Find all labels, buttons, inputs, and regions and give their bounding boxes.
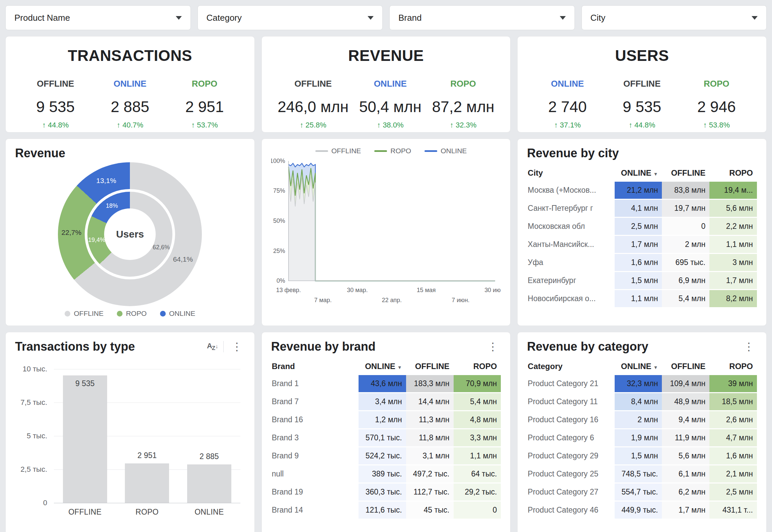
column-header-offline[interactable]: OFFLINE [406, 358, 454, 375]
table-row[interactable]: Екатеринбург1,5 млн6,9 млн1,7 млн [527, 272, 757, 290]
table-row[interactable]: Product Category 162 млн9,4 млн2,6 млн [527, 411, 757, 429]
bar-slot-offline[interactable]: 9 535 [54, 369, 116, 503]
sort-az-icon[interactable]: AZ↓ [207, 342, 218, 352]
column-header-online[interactable]: ONLINE▼ [615, 358, 662, 375]
scorecard-row: TRANSACTIONS OFFLINE 9 535 ↑ 44.8% ONLIN… [5, 36, 767, 132]
bar-value-label: 2 885 [200, 452, 219, 461]
table-cell: 1,7 млн [709, 272, 757, 290]
bar-slot-ropo[interactable]: 2 951 [116, 369, 178, 503]
row-label: Brand 14 [271, 501, 359, 519]
column-header-ropo[interactable]: ROPO [454, 358, 501, 375]
legend-item-online: ONLINE [160, 309, 195, 318]
bar-online[interactable] [187, 464, 231, 503]
table-cell: 6,9 млн [662, 272, 709, 290]
table-cell: 11,3 млн [406, 411, 454, 429]
metric-online: ONLINE 2 740 ↑ 37.1% [537, 79, 598, 129]
bars[interactable]: 9 5352 9512 885 [54, 369, 240, 503]
area-offline[interactable] [288, 175, 315, 281]
donut-chart[interactable]: Users 64,1%22,7%13,1%62,6%19,4%18% [58, 162, 202, 306]
table-cell: 2 млн [615, 411, 662, 429]
column-header-online[interactable]: ONLINE▼ [615, 164, 662, 182]
bar-x-label: ONLINE [178, 508, 240, 517]
column-header-online[interactable]: ONLINE▼ [359, 358, 406, 375]
table-row[interactable]: null389 тыс.497,2 тыс.64 тыс. [271, 465, 501, 483]
row-label: Product Category 29 [527, 447, 614, 465]
table-row[interactable]: Санкт-Петербург г4,1 млн19,7 млн5,6 млн [527, 199, 757, 217]
filter-label: City [591, 13, 606, 23]
table-row[interactable]: Product Category 46449,9 тыс.1,7 млн431,… [527, 501, 757, 519]
bar-offline[interactable] [63, 375, 107, 503]
kebab-menu-icon[interactable]: ⋮ [485, 341, 501, 352]
table-cell: 48,9 млн [662, 393, 709, 411]
bar-value-label: 9 535 [75, 379, 95, 388]
row-label: null [271, 465, 359, 483]
table-cell: 1,7 млн [662, 501, 709, 519]
table-row[interactable]: Brand 73,4 млн14,4 млн5,4 млн [271, 393, 501, 411]
kebab-menu-icon[interactable]: ⋮ [741, 341, 757, 352]
filter-city[interactable]: City [582, 5, 767, 30]
table-cell: 21,2 млн [615, 182, 662, 199]
offline-swatch-icon [315, 150, 328, 152]
chart-title: Revenue by category [527, 340, 648, 354]
bar-slot-online[interactable]: 2 885 [178, 369, 240, 503]
table-row[interactable]: Product Category 25748,5 тыс.6,1 млн2,1 … [527, 465, 757, 483]
table-row[interactable]: Ханты-Мансийск...1,7 млн2 млн1,1 млн [527, 236, 757, 254]
metric-value: 2 885 [100, 98, 160, 116]
metric-label: ONLINE [359, 79, 421, 89]
kebab-menu-icon[interactable]: ⋮ [229, 341, 245, 352]
column-header-ropo[interactable]: ROPO [709, 164, 757, 182]
scorecard-title: USERS [523, 47, 761, 65]
chart-title: Revenue [15, 146, 245, 160]
table-row[interactable]: Brand 161,2 млн11,3 млн4,8 млн [271, 411, 501, 429]
filter-product-name[interactable]: Product Name [5, 5, 191, 30]
filter-category[interactable]: Category [198, 5, 383, 30]
table-cell: 3,4 млн [359, 393, 406, 411]
metric-label: OFFLINE [612, 79, 672, 89]
table-row[interactable]: Новосибирская о...1,1 млн5,4 млн8,2 млн [527, 290, 757, 308]
filter-label: Brand [398, 13, 421, 23]
metric-value: 2 740 [537, 98, 598, 116]
table-row[interactable]: Product Category 291,5 млн5,6 млн1,6 млн [527, 447, 757, 465]
table-row[interactable]: Brand 9524,2 тыс.3,1 млн1,1 млн [271, 447, 501, 465]
column-header-city[interactable]: City [527, 164, 614, 182]
table-row[interactable]: Brand 19360,3 тыс.112,7 тыс.29,2 тыс. [271, 483, 501, 501]
table-row[interactable]: Москва (+Москов...21,2 млн83,8 млн19,4 м… [527, 182, 757, 199]
row-label: Product Category 25 [527, 465, 614, 483]
legend-item-offline: OFFLINE [315, 147, 361, 155]
table-row[interactable]: Московская обл2,5 млн02,2 млн [527, 217, 757, 236]
table-cell: 112,7 тыс. [406, 483, 454, 501]
table-cell: 109,4 млн [662, 375, 709, 393]
divider [223, 341, 224, 352]
bottom-row: Transactions by type AZ↓ ⋮ 10 тыс.7,5 ты… [5, 332, 767, 532]
column-header-offline[interactable]: OFFLINE [662, 164, 709, 182]
y-tick-label: 100% [271, 158, 285, 164]
table-cell: 1,7 млн [615, 236, 662, 254]
stacked-area-chart[interactable]: 0%25%50%75%100%13 февр.7 мар.30 мар.22 а… [271, 157, 501, 308]
column-header-brand[interactable]: Brand [271, 358, 359, 375]
metric-offline: OFFLINE 9 535 ↑ 44.8% [25, 79, 86, 129]
table-row[interactable]: Product Category 118,4 млн48,9 млн18,5 м… [527, 393, 757, 411]
table-row[interactable]: Brand 3570,1 тыс.11,8 млн3,3 млн [271, 429, 501, 447]
table-cell: 5,4 млн [454, 393, 501, 411]
table-cell: 4,7 млн [709, 429, 757, 447]
bar-chart[interactable]: 10 тыс.7,5 тыс.5 тыс.2,5 тыс.0 9 5352 95… [54, 369, 240, 503]
column-header-ropo[interactable]: ROPO [709, 358, 757, 375]
table-cell: 121,6 тыс. [359, 501, 406, 519]
table-row[interactable]: Product Category 27554,7 тыс.6,2 млн2,5 … [527, 483, 757, 501]
table-row[interactable]: Brand 14121,6 тыс.45 тыс.0 [271, 501, 501, 519]
filter-brand[interactable]: Brand [389, 5, 575, 30]
table-row[interactable]: Brand 143,6 млн183,3 млн70,9 млн [271, 375, 501, 393]
table-row[interactable]: Product Category 61,9 млн11,9 млн4,7 млн [527, 429, 757, 447]
table-row[interactable]: Уфа1,6 млн695 тыс.3 млн [527, 254, 757, 272]
column-header-category[interactable]: Category [527, 358, 614, 375]
online-swatch-icon [160, 311, 166, 317]
metric-value: 50,4 млн [359, 98, 421, 116]
metric-delta: ↑ 53.8% [686, 121, 747, 129]
table-cell: 431,1 т... [709, 501, 757, 519]
table-row[interactable]: Product Category 2132,3 млн109,4 млн39 м… [527, 375, 757, 393]
y-tick-label: 75% [273, 187, 285, 194]
column-header-offline[interactable]: OFFLINE [662, 358, 709, 375]
bar-ropo[interactable] [125, 463, 169, 503]
revenue-by-category-table: CategoryONLINE▼OFFLINEROPO Product Categ… [527, 358, 757, 520]
table-cell: 4,8 млн [454, 411, 501, 429]
